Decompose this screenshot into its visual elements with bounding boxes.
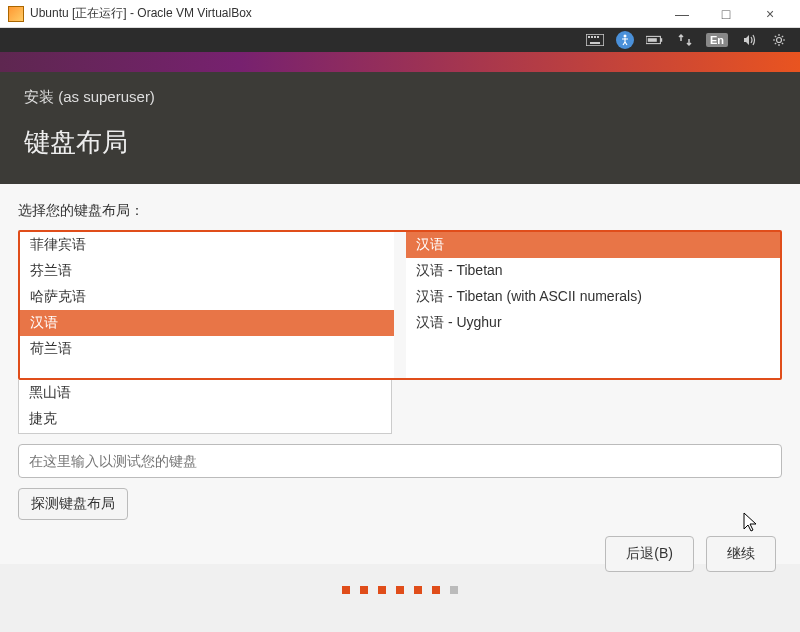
list-item[interactable]: 芬兰语 xyxy=(20,258,394,284)
accessibility-icon[interactable] xyxy=(616,31,634,49)
maximize-button[interactable]: □ xyxy=(704,0,748,28)
svg-rect-9 xyxy=(648,38,657,42)
network-icon[interactable] xyxy=(676,31,694,49)
input-method-badge[interactable]: En xyxy=(706,33,728,47)
variant-list[interactable]: 汉语汉语 - Tibetan汉语 - Tibetan (with ASCII n… xyxy=(406,232,780,378)
progress-dot xyxy=(450,586,458,594)
svg-rect-0 xyxy=(586,34,604,46)
layout-list-overflow[interactable]: 黑山语捷克 xyxy=(18,380,392,434)
continue-button[interactable]: 继续 xyxy=(706,536,776,572)
keyboard-icon[interactable] xyxy=(586,31,604,49)
installer-window-title: 安装 (as superuser) xyxy=(24,88,776,107)
detect-keyboard-button[interactable]: 探测键盘布局 xyxy=(18,488,128,520)
progress-dot xyxy=(342,586,350,594)
progress-dot xyxy=(378,586,386,594)
vbox-app-icon xyxy=(8,6,24,22)
back-button[interactable]: 后退(B) xyxy=(605,536,694,572)
battery-icon[interactable] xyxy=(646,31,664,49)
layout-list[interactable]: 菲律宾语芬兰语哈萨克语汉语荷兰语 xyxy=(20,232,394,378)
list-item[interactable]: 汉语 - Uyghur xyxy=(406,310,780,336)
close-button[interactable]: × xyxy=(748,0,792,28)
svg-point-10 xyxy=(777,38,782,43)
progress-dot xyxy=(414,586,422,594)
progress-dot xyxy=(432,586,440,594)
svg-rect-5 xyxy=(590,42,600,44)
svg-rect-1 xyxy=(588,36,590,38)
vbox-window-title: Ubuntu [正在运行] - Oracle VM VirtualBox xyxy=(30,5,660,22)
minimize-button[interactable]: — xyxy=(660,0,704,28)
ubuntu-gradient-bar xyxy=(0,52,800,72)
progress-dot xyxy=(360,586,368,594)
keyboard-prompt: 选择您的键盘布局： xyxy=(18,202,782,220)
sound-icon[interactable] xyxy=(740,31,758,49)
list-item[interactable]: 荷兰语 xyxy=(20,336,394,362)
installer-content: 选择您的键盘布局： 菲律宾语芬兰语哈萨克语汉语荷兰语 汉语汉语 - Tibeta… xyxy=(0,184,800,564)
list-item[interactable]: 汉语 - Tibetan xyxy=(406,258,780,284)
list-item[interactable]: 汉语 xyxy=(406,232,780,258)
list-item[interactable]: 菲律宾语 xyxy=(20,232,394,258)
list-item[interactable]: 哈萨克语 xyxy=(20,284,394,310)
keyboard-lists: 菲律宾语芬兰语哈萨克语汉语荷兰语 汉语汉语 - Tibetan汉语 - Tibe… xyxy=(18,230,782,380)
keyboard-test-input[interactable] xyxy=(18,444,782,478)
svg-rect-3 xyxy=(594,36,596,38)
list-item[interactable]: 黑山语 xyxy=(19,380,391,406)
list-item[interactable]: 汉语 xyxy=(20,310,394,336)
vbox-window-controls: — □ × xyxy=(660,0,792,28)
installer-header: 安装 (as superuser) 键盘布局 xyxy=(0,72,800,184)
svg-rect-4 xyxy=(597,36,599,38)
progress-dot xyxy=(396,586,404,594)
settings-icon[interactable] xyxy=(770,31,788,49)
ubuntu-topbar: En xyxy=(0,28,800,52)
page-title: 键盘布局 xyxy=(24,125,776,160)
list-item[interactable]: 捷克 xyxy=(19,406,391,432)
vbox-titlebar: Ubuntu [正在运行] - Oracle VM VirtualBox — □… xyxy=(0,0,800,28)
list-item[interactable]: 汉语 - Tibetan (with ASCII numerals) xyxy=(406,284,780,310)
svg-point-6 xyxy=(623,35,626,38)
svg-rect-2 xyxy=(591,36,593,38)
svg-rect-8 xyxy=(660,38,662,42)
